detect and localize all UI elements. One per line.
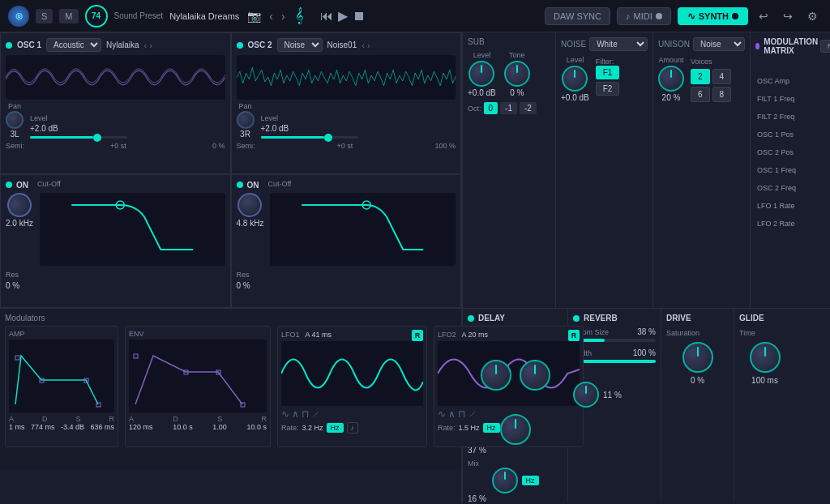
noise-type-select[interactable]: White [589, 37, 648, 51]
osc2-type-select[interactable]: Noise [277, 38, 323, 52]
sub-level-knob[interactable] [468, 61, 494, 87]
redo-button[interactable]: ↪ [779, 8, 797, 24]
midi-button[interactable]: ♪ MIDI [617, 7, 671, 25]
voices-6[interactable]: 6 [691, 87, 710, 102]
drive-saturation-knob[interactable] [682, 342, 713, 373]
filter1-cutoff-label: Cut-Off [37, 180, 61, 188]
voices-8[interactable]: 8 [712, 87, 732, 102]
filter1-cutoff-knob[interactable] [2, 189, 36, 222]
lfo2-hz-button[interactable]: Hz [483, 423, 500, 433]
noise-f1-button[interactable]: F1 [596, 66, 620, 79]
matrix-title-row: MODULATION MATRIX [755, 37, 820, 55]
delay-feedback-knob[interactable] [500, 414, 531, 445]
nav-right-icon[interactable]: › [280, 8, 287, 24]
osc1-pan-knob-control[interactable] [6, 111, 24, 129]
osc2-pan-knob-control[interactable] [237, 111, 255, 129]
osc1-type-select[interactable]: Acoustic [46, 38, 101, 52]
delay-mix-value: 16 % [468, 494, 486, 503]
lfo1-sine-icon[interactable]: ∿ [281, 408, 289, 420]
reverb-width-bar[interactable] [573, 360, 656, 363]
main-content: OSC 1 Acoustic Nylalaika ‹ › Pan [0, 32, 830, 504]
transport-stop[interactable]: ⏹ [353, 9, 366, 23]
noise-level-knob[interactable] [562, 66, 588, 92]
midi-dot [656, 13, 662, 19]
lfo1-hz-button[interactable]: Hz [327, 423, 344, 433]
transport-back[interactable]: ⏮ [320, 9, 333, 23]
osc1-pan-level: Pan 3L Level +2.0 dB [6, 102, 225, 139]
sub-oct-0[interactable]: 0 [484, 102, 498, 114]
lfo1-saw-icon[interactable]: ⟋ [311, 408, 321, 420]
drive-saturation-value: 0 % [666, 376, 729, 385]
lfo1-note-icon[interactable]: ♪ [347, 422, 359, 434]
amp-labels: A D S R [9, 415, 114, 423]
voices-2[interactable]: 2 [691, 69, 710, 84]
matrix-randomize-button[interactable]: RANDOMIZE [820, 40, 830, 53]
osc1-semi-value: +0 st [110, 142, 126, 150]
tuner-icon[interactable]: 𝄞 [293, 6, 306, 26]
matrix-header: MODULATION MATRIX RANDOMIZE CLEAR [755, 37, 830, 55]
svg-rect-2 [9, 340, 114, 412]
osc2-title: OSC 2 [248, 41, 272, 49]
unison-amount-knob[interactable] [658, 66, 684, 92]
settings-button[interactable]: ⚙ [803, 8, 822, 24]
sub-tone-label: Tone [509, 51, 525, 59]
preset-name: Nylalaika Dreams [169, 11, 239, 21]
sub-title: SUB [468, 37, 550, 46]
osc2-level-bar[interactable] [261, 136, 358, 139]
sub-tone-group: Tone 0 % [504, 51, 530, 97]
reverb-header: REVERB [573, 314, 656, 322]
sub-oct-minus2[interactable]: -2 [520, 102, 537, 114]
osc2-nav[interactable]: ‹ › [362, 41, 370, 50]
m-button[interactable]: M [59, 9, 78, 23]
lfo2-sine-icon[interactable]: ∿ [438, 408, 446, 420]
noise-filter-buttons: F1 F2 [596, 66, 620, 96]
osc1-tune-pct: 0 % [212, 142, 225, 150]
synth-button[interactable]: ∿ SYNTH [678, 7, 748, 25]
osc1-pan-knob: Pan 3L [6, 102, 24, 139]
preset-nav: 📷 ‹ › [246, 8, 286, 24]
matrix-row-lfo1rate: LFO 1 Rate [755, 198, 828, 214]
noise-f2-button[interactable]: F2 [596, 82, 620, 96]
sub-level-group: Level +0.0 dB [468, 51, 496, 97]
s-button[interactable]: S [36, 9, 53, 23]
transport-controls: ⏮ ▶ ⏹ [320, 8, 366, 23]
matrix-row-osc1pos: OSC 1 Pos [755, 126, 828, 143]
glide-time-knob[interactable] [750, 342, 781, 373]
osc1-level-bar[interactable] [30, 136, 127, 139]
reverb-roomsize-bar[interactable] [573, 339, 656, 342]
camera-icon[interactable]: 📷 [246, 8, 263, 24]
daw-sync-button[interactable]: DAW SYNC [545, 7, 610, 25]
lfo1-tri-icon[interactable]: ∧ [292, 408, 299, 420]
nav-left-icon[interactable]: ‹ [267, 8, 275, 24]
amp-values: 1 ms 774 ms -3.4 dB 636 ms [9, 423, 114, 431]
delay-l-knob[interactable] [481, 360, 511, 391]
lfo2-tri-icon[interactable]: ∧ [448, 408, 456, 420]
delay-mix-knob[interactable] [492, 468, 518, 493]
delay-r-knob[interactable] [520, 360, 550, 391]
filter2-cutoff-knob[interactable] [236, 191, 264, 220]
filter2-led [237, 182, 243, 188]
sub-level-label: Level [473, 51, 491, 59]
reverb-mix-knob[interactable] [573, 382, 599, 408]
osc1-nav[interactable]: ‹ › [144, 41, 152, 50]
lfo2-rate-label: Rate: [438, 424, 456, 432]
voices-4[interactable]: 4 [712, 69, 732, 84]
noise-block: NOISE White Level +0.0 dB Filter: F1 [556, 32, 653, 308]
drive-block: DRIVE Saturation 0 % [661, 309, 734, 502]
synth-wave-icon: ∿ [687, 11, 695, 22]
unison-type-select[interactable]: Noise [693, 37, 745, 51]
sub-tone-knob[interactable] [504, 61, 530, 87]
osc2-preset: Noise01 [327, 41, 357, 49]
lfo2-saw-icon[interactable]: ⟋ [468, 408, 477, 420]
logo: ◎ [8, 6, 29, 27]
noise-filter-group: Filter: F1 F2 [596, 56, 620, 96]
lfo2-square-icon[interactable]: ⊓ [458, 408, 465, 420]
reverb-led [573, 315, 580, 322]
lfo1-square-icon[interactable]: ⊓ [302, 408, 309, 420]
undo-button[interactable]: ↩ [755, 8, 772, 24]
transport-play[interactable]: ▶ [338, 8, 348, 23]
amp-block: AMP A D [5, 326, 118, 447]
delay-hz-button[interactable]: Hz [522, 476, 539, 485]
sub-oct-minus1[interactable]: -1 [500, 102, 517, 114]
matrix-row-filt2: FILT 2 Freq [755, 109, 828, 125]
